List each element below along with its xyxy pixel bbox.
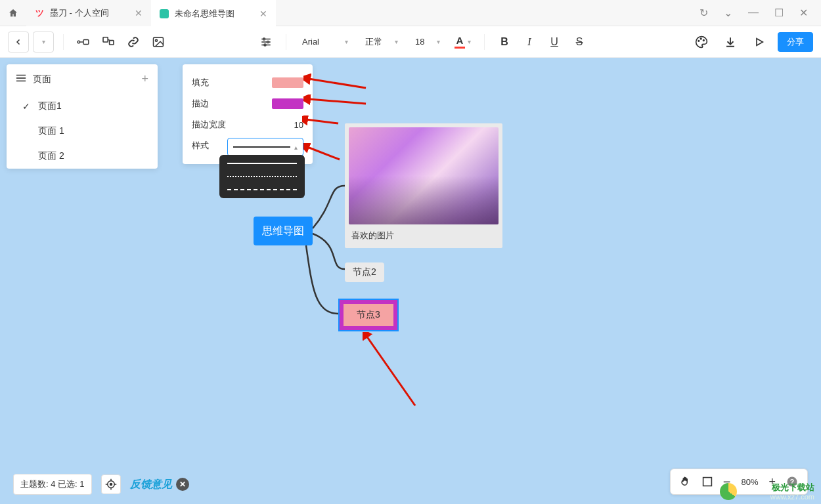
svg-line-16 — [366, 336, 415, 406]
close-feedback-icon[interactable]: ✕ — [176, 478, 189, 491]
close-window-icon[interactable]: ✕ — [799, 7, 808, 19]
share-button[interactable]: 分享 — [778, 32, 813, 52]
node-image-card[interactable]: 喜欢的图片 — [345, 123, 502, 248]
feedback-link[interactable]: 反馈意见 ✕ — [130, 478, 189, 492]
topic-count: 主题数: 4 已选: 1 — [13, 474, 92, 495]
font-family-dropdown[interactable]: Arial ▾ — [296, 32, 355, 52]
line-dotted-option[interactable] — [227, 176, 297, 177]
zoom-in-button[interactable]: + — [768, 475, 776, 489]
page-label: 页面1 — [38, 100, 62, 112]
caret-icon: ▴ — [294, 144, 298, 151]
node-label: 思维导图 — [262, 224, 304, 238]
modao-favicon-icon: ツ — [34, 8, 45, 18]
svg-point-8 — [264, 44, 266, 46]
share-label: 分享 — [787, 37, 804, 47]
pan-button[interactable] — [680, 476, 692, 488]
node-root[interactable]: 思维导图 — [254, 217, 313, 245]
line-style-options — [219, 155, 305, 198]
line-solid-option[interactable] — [227, 163, 297, 164]
node-label: 节点3 — [357, 309, 380, 321]
fill-label: 填充 — [192, 77, 272, 89]
tab-title: 墨刀 - 个人空间 — [50, 7, 109, 19]
line-style-label: 样式 — [192, 140, 227, 152]
back-dropdown[interactable]: ▾ — [33, 32, 54, 52]
download-button[interactable] — [720, 32, 741, 52]
line-dashed-option[interactable] — [227, 189, 297, 190]
node-2[interactable]: 节点2 — [345, 262, 384, 282]
stroke-width-label: 描边宽度 — [192, 119, 294, 131]
strike-button[interactable]: S — [569, 32, 590, 52]
close-icon[interactable]: ✕ — [259, 9, 267, 19]
tab-modao[interactable]: ツ 墨刀 - 个人空间 ✕ — [26, 0, 151, 26]
stroke-swatch[interactable] — [272, 98, 303, 109]
svg-point-0 — [78, 41, 80, 43]
pages-title: 页面 — [33, 74, 51, 85]
list-icon[interactable] — [16, 74, 26, 85]
feedback-label: 反馈意见 — [130, 478, 172, 492]
svg-point-5 — [156, 39, 158, 41]
page-item[interactable]: 页面 1 — [7, 119, 158, 144]
editor-toolbar: ▾ Arial ▾ 正常 ▾ 18 ▾ A ▾ B I U S — [0, 26, 821, 58]
svg-rect-19 — [703, 478, 711, 486]
minimize-icon[interactable]: — — [748, 7, 759, 19]
back-button[interactable] — [8, 32, 29, 52]
line-style-dropdown[interactable]: ▴ — [227, 138, 303, 156]
tab-title: 未命名思维导图 — [175, 8, 234, 20]
page-item[interactable]: ✓ 页面1 — [7, 94, 158, 119]
play-button[interactable] — [749, 32, 770, 52]
node-caption: 喜欢的图片 — [349, 224, 499, 244]
font-color-button[interactable]: A ▾ — [451, 32, 475, 52]
locate-button[interactable] — [101, 474, 121, 494]
add-page-button[interactable]: + — [141, 72, 148, 86]
svg-rect-2 — [103, 37, 108, 41]
help-button[interactable]: ? — [786, 476, 798, 488]
bold-button[interactable]: B — [494, 32, 515, 52]
stroke-row: 描边 — [192, 93, 303, 114]
svg-rect-1 — [83, 39, 89, 44]
zoom-bar: − 80% + ? — [670, 469, 808, 495]
svg-point-18 — [110, 484, 112, 486]
svg-line-13 — [309, 99, 366, 104]
zoom-out-button[interactable]: − — [723, 474, 731, 490]
fill-row: 填充 — [192, 72, 303, 93]
pages-panel: 页面 + ✓ 页面1 页面 1 页面 2 — [7, 64, 158, 169]
select-button[interactable] — [702, 476, 713, 487]
svg-point-10 — [700, 38, 701, 39]
layout-button[interactable] — [98, 32, 119, 52]
svg-point-7 — [267, 41, 269, 43]
font-weight-dropdown[interactable]: 正常 ▾ — [359, 32, 405, 52]
pages-header: 页面 + — [7, 64, 158, 94]
node-insert-button[interactable] — [73, 32, 94, 52]
line-sample-icon — [233, 146, 290, 148]
tab-mindmap[interactable]: 未命名思维导图 ✕ — [151, 0, 276, 26]
settings-button[interactable] — [255, 32, 277, 52]
fill-swatch[interactable] — [272, 77, 303, 88]
palette-button[interactable] — [691, 32, 712, 52]
link-button[interactable] — [123, 32, 144, 52]
status-bar-left: 主题数: 4 已选: 1 反馈意见 ✕ — [13, 474, 189, 495]
image-button[interactable] — [148, 32, 169, 52]
zoom-value[interactable]: 80% — [741, 477, 758, 487]
style-panel: 填充 描边 描边宽度 10 样式 ▴ — [183, 64, 313, 164]
chevron-down-icon[interactable]: ⌄ — [724, 7, 732, 19]
underline-button[interactable]: U — [544, 32, 565, 52]
check-icon: ✓ — [22, 101, 32, 112]
stroke-width-value[interactable]: 10 — [294, 120, 303, 130]
page-item[interactable]: 页面 2 — [7, 144, 158, 169]
node-3-selected[interactable]: 节点3 — [338, 299, 399, 331]
font-size-dropdown[interactable]: 18 ▾ — [409, 32, 447, 52]
close-icon[interactable]: ✕ — [135, 8, 143, 18]
font-size-value: 18 — [415, 37, 424, 47]
svg-text:?: ? — [790, 478, 794, 486]
node-label: 节点2 — [353, 266, 376, 278]
home-button[interactable] — [0, 0, 26, 26]
annotation-arrow — [363, 332, 422, 411]
maximize-icon[interactable]: ☐ — [774, 7, 784, 19]
stroke-width-row: 描边宽度 10 — [192, 114, 303, 135]
font-weight-value: 正常 — [365, 36, 382, 48]
canvas[interactable]: 页面 + ✓ 页面1 页面 1 页面 2 填充 描边 描边宽度 10 样式 — [0, 58, 821, 504]
reload-icon[interactable]: ↻ — [699, 7, 708, 19]
italic-button[interactable]: I — [519, 32, 540, 52]
svg-point-6 — [263, 38, 265, 40]
svg-point-11 — [703, 39, 705, 41]
